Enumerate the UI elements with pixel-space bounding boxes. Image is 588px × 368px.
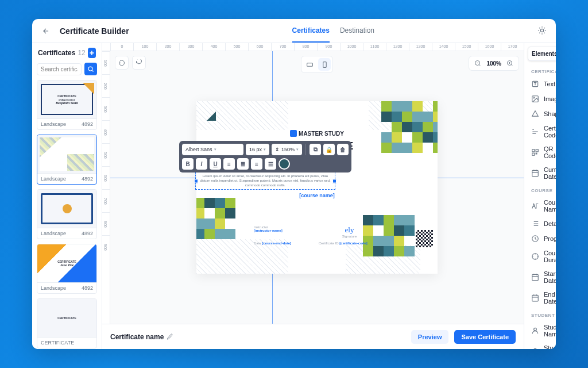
qr-code bbox=[416, 230, 433, 247]
bold-button[interactable]: B bbox=[182, 158, 194, 170]
align-center-button[interactable]: ≣ bbox=[237, 158, 249, 170]
element-qr-code[interactable]: QR CodeNEW bbox=[524, 142, 556, 163]
element-start-date[interactable]: Start Date bbox=[524, 267, 556, 288]
element-image[interactable]: Image bbox=[524, 91, 556, 106]
section-header: STUDENT bbox=[524, 308, 556, 320]
landscape-toggle[interactable] bbox=[303, 58, 316, 71]
align-justify-button[interactable]: ☰ bbox=[265, 158, 276, 170]
save-button[interactable]: Save Certificate bbox=[454, 330, 516, 344]
brand-icon bbox=[290, 130, 297, 137]
svg-point-8 bbox=[533, 97, 535, 98]
zoom-level: 100% bbox=[486, 60, 501, 67]
svg-rect-16 bbox=[532, 274, 539, 281]
certificate-thumb[interactable]: CERTIFICATEof AppreciationBenjamin Stark… bbox=[37, 80, 97, 130]
course-name-field[interactable]: [course name] bbox=[110, 193, 524, 198]
undo-button[interactable] bbox=[115, 56, 129, 70]
svg-rect-3 bbox=[323, 62, 326, 67]
prog-icon bbox=[531, 235, 539, 243]
brand-name: MASTER STUDY bbox=[299, 131, 344, 137]
user-icon bbox=[531, 327, 539, 335]
element-end-date[interactable]: End Date bbox=[524, 288, 556, 308]
element-shape[interactable]: ShapeNEW bbox=[524, 106, 556, 121]
copy-button[interactable]: ⧉ bbox=[310, 144, 321, 155]
element-current-date[interactable]: Current Date bbox=[524, 163, 556, 183]
preview-button[interactable]: Preview bbox=[411, 330, 449, 344]
certificate-thumb[interactable]: CERTIFICATEJana DoeLandscape4892 bbox=[37, 244, 97, 294]
signature: ely bbox=[319, 225, 380, 235]
zoom-out-button[interactable] bbox=[473, 58, 483, 68]
user-icon bbox=[531, 347, 539, 349]
size-select[interactable]: 16 px bbox=[246, 144, 269, 155]
svg-rect-13 bbox=[532, 170, 539, 177]
section-header: CERTIFICATE bbox=[524, 64, 556, 76]
svg-point-19 bbox=[534, 348, 537, 349]
text-icon bbox=[531, 80, 539, 88]
aa-icon bbox=[531, 202, 539, 210]
tab-elements[interactable]: Elements bbox=[528, 47, 556, 61]
color-picker[interactable] bbox=[278, 158, 290, 170]
element-certificate-code[interactable]: Certificate Code bbox=[524, 121, 556, 142]
element-progress[interactable]: Progress bbox=[524, 231, 556, 246]
svg-rect-2 bbox=[307, 63, 312, 66]
pencil-icon[interactable] bbox=[167, 334, 173, 340]
selected-text-block[interactable]: Lorem ipsum dolor sit amet, consectetur … bbox=[195, 172, 335, 190]
scale-select[interactable]: ⇕ 150% bbox=[272, 144, 302, 155]
align-right-button[interactable]: ≡ bbox=[251, 158, 262, 170]
redo-button[interactable] bbox=[132, 56, 146, 70]
certificate-thumb[interactable]: CERTIFICATECERTIFICATE bbox=[37, 298, 97, 348]
sidebar-title: Certificates bbox=[38, 49, 75, 57]
element-student-code[interactable]: Student Code bbox=[524, 341, 556, 349]
portrait-toggle[interactable] bbox=[318, 58, 331, 71]
date-icon bbox=[531, 273, 539, 281]
tab-certificates[interactable]: Certificates bbox=[292, 20, 330, 43]
certificate-thumb[interactable]: Landscape4892 bbox=[37, 189, 97, 239]
italic-button[interactable]: I bbox=[196, 158, 207, 170]
svg-rect-9 bbox=[532, 150, 535, 152]
font-select[interactable]: Albert Sans bbox=[182, 144, 243, 155]
svg-point-0 bbox=[540, 29, 543, 32]
date-icon bbox=[531, 294, 539, 302]
search-button[interactable] bbox=[84, 63, 97, 75]
shape-icon bbox=[531, 110, 539, 118]
svg-point-18 bbox=[534, 328, 537, 331]
back-button[interactable] bbox=[40, 25, 52, 37]
page-title: Certificate Builder bbox=[60, 26, 129, 36]
lock-button[interactable]: 🔒 bbox=[323, 144, 335, 155]
qr-icon bbox=[531, 148, 539, 156]
brightness-icon[interactable] bbox=[537, 26, 548, 36]
delete-button[interactable]: 🗑 bbox=[337, 144, 349, 155]
image-icon bbox=[531, 95, 539, 103]
add-certificate-button[interactable]: + bbox=[88, 48, 96, 58]
date-icon bbox=[531, 169, 539, 177]
certificate-thumb[interactable]: Landscape4892 bbox=[37, 135, 97, 185]
svg-rect-12 bbox=[536, 153, 537, 154]
sidebar-count: 12 bbox=[78, 49, 85, 57]
element-text[interactable]: Text bbox=[524, 76, 556, 91]
certificate-name[interactable]: Certificate name bbox=[110, 333, 164, 341]
search-input[interactable] bbox=[37, 63, 82, 75]
element-student-name[interactable]: Student Name bbox=[524, 320, 556, 341]
code-icon bbox=[531, 128, 539, 136]
zoom-in-button[interactable] bbox=[505, 58, 515, 68]
list-icon bbox=[531, 220, 539, 228]
dur-icon bbox=[531, 252, 539, 260]
element-details[interactable]: Details bbox=[524, 216, 556, 231]
underline-button[interactable]: U bbox=[210, 158, 221, 170]
element-course-duration[interactable]: Course DurationNEW bbox=[524, 246, 556, 267]
align-left-button[interactable]: ≡ bbox=[223, 158, 235, 170]
svg-rect-10 bbox=[536, 150, 538, 152]
text-toolbar: Albert Sans 16 px ⇕ 150% ⧉ 🔒 🗑 B I U bbox=[179, 141, 351, 172]
tab-destination[interactable]: Destination bbox=[340, 20, 374, 43]
svg-rect-17 bbox=[532, 295, 539, 301]
svg-rect-11 bbox=[532, 153, 535, 155]
svg-point-1 bbox=[88, 67, 92, 71]
section-header: COURSE bbox=[524, 183, 556, 195]
element-course-name[interactable]: Course Name bbox=[524, 195, 556, 216]
